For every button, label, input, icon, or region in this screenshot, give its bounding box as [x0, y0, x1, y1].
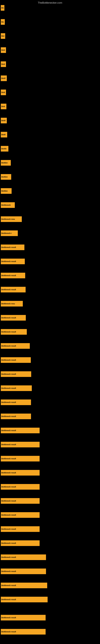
- bar-row: Bottleneck result: [1, 512, 40, 518]
- bar-label: Bottleneck result: [1, 288, 16, 290]
- bar-label: Bottleneck result: [1, 514, 16, 516]
- bar-row: Bottleneck result: [1, 554, 46, 560]
- bar-label: Bottleneck result: [1, 500, 16, 502]
- bar-row: Bottlen: [1, 160, 11, 166]
- bar-row: Bottleneck result: [1, 371, 31, 377]
- bar-row: Bottleneck result: [1, 582, 47, 588]
- bar-label: Bottleneck result: [1, 486, 16, 488]
- bar-label: Bottl: [1, 77, 6, 79]
- bar-label: Bott: [1, 91, 5, 94]
- bar-label: Bottleneck result: [1, 260, 16, 262]
- bar-row: Bo: [1, 19, 5, 25]
- bar-label: Bot: [1, 35, 4, 37]
- bar-label: Bottlen: [1, 176, 8, 178]
- bar-row: Bottleneck result: [1, 315, 26, 320]
- bar-row: Bott: [1, 104, 6, 109]
- bar-row: Bottleneck result: [1, 540, 40, 546]
- bar-row: Bottl: [1, 118, 7, 123]
- bar-row: Bottleneck result: [1, 484, 40, 490]
- bar-row: Bottleneck result: [1, 400, 31, 405]
- bar-label: Bottle: [1, 148, 7, 150]
- bar-label: Bottleneck result: [1, 444, 16, 446]
- bar-row: Bottleneck result: [1, 244, 24, 250]
- bar-row: Bott: [1, 62, 6, 67]
- bar-row: Bottleneck result: [1, 329, 27, 335]
- bar-label: Bottleneck result: [1, 416, 16, 418]
- bar-row: Bottleneck result: [1, 470, 40, 476]
- bar-label: Bo: [1, 7, 4, 9]
- bar-row: Bottleneck result: [1, 258, 25, 264]
- bar-row: Bottleneck result: [1, 343, 30, 349]
- bar-row: Bottleneck result: [1, 357, 31, 363]
- bar-row: Bottleneck result: [1, 428, 40, 433]
- bar-row: Bott: [1, 90, 6, 95]
- bar-label: Bottleneck result: [1, 458, 16, 460]
- bar-label: Bottleneck resu: [1, 303, 15, 305]
- bar-row: Bottleneck result: [1, 615, 46, 620]
- bar-label: Bottl: [1, 134, 6, 136]
- bar-label: Bottleneck resu: [1, 218, 15, 220]
- bar-label: Bo: [1, 21, 4, 23]
- bar-row: Bottleneck result: [1, 442, 40, 448]
- bar-row: Bottl: [1, 132, 7, 138]
- bar-label: Bottl: [1, 120, 6, 122]
- bar-row: Bottleneck result: [1, 629, 46, 634]
- bar-label: Bottleneck: [1, 204, 11, 206]
- bar-label: Bottlen: [1, 190, 8, 192]
- bar-label: Bottleneck result: [1, 556, 16, 558]
- bar-label: Bottleneck result: [1, 617, 16, 619]
- bar-label: Bottleneck result: [1, 598, 16, 600]
- bar-label: Bottleneck r: [1, 232, 12, 234]
- bar-row: Bottleneck result: [1, 287, 26, 292]
- bar-label: Bott: [1, 49, 5, 51]
- bar-row: Bot: [1, 33, 5, 39]
- bar-label: Bottlen: [1, 162, 8, 164]
- bar-label: Bottleneck result: [1, 542, 16, 544]
- bar-row: Bottleneck result: [1, 498, 40, 504]
- bar-label: Bott: [1, 106, 5, 108]
- bar-row: Bottleneck result: [1, 526, 40, 532]
- bar-label: Bottleneck result: [1, 430, 16, 432]
- bar-row: Bottleneck result: [1, 273, 25, 278]
- bar-row: Bottleneck result: [1, 386, 32, 391]
- bar-label: Bottleneck result: [1, 359, 16, 361]
- bar-label: Bottleneck result: [1, 373, 16, 375]
- bar-row: Bottleneck resu: [1, 216, 22, 222]
- bar-label: Bottleneck result: [1, 631, 16, 633]
- bar-row: Bottleneck result: [1, 414, 31, 419]
- bar-row: Bottlen: [1, 188, 12, 194]
- bar-label: Bottleneck result: [1, 331, 16, 333]
- bar-label: Bottleneck result: [1, 274, 16, 276]
- bar-row: Bottleneck result: [1, 597, 48, 602]
- bar-label: Bottleneck result: [1, 528, 16, 530]
- site-title: TheBottlenecker.com: [0, 0, 100, 5]
- bar-row: Bottleneck result: [1, 568, 46, 574]
- bar-label: Bottleneck result: [1, 387, 16, 389]
- bar-row: Bottleneck r: [1, 230, 18, 236]
- bar-row: Bottlen: [1, 174, 11, 180]
- bar-row: Bottleneck: [1, 202, 15, 208]
- bar-label: Bott: [1, 63, 5, 65]
- bar-label: Bottleneck result: [1, 401, 16, 403]
- bar-row: Bottleneck result: [1, 456, 40, 462]
- bar-label: Bottleneck result: [1, 584, 16, 586]
- bar-label: Bottleneck result: [1, 570, 16, 572]
- bar-label: Bottleneck result: [1, 472, 16, 474]
- bar-row: Bott: [1, 47, 6, 53]
- bar-row: Bottle: [1, 146, 8, 152]
- bar-label: Bottleneck result: [1, 317, 16, 319]
- bar-row: Bo: [1, 5, 4, 11]
- bar-row: Bottl: [1, 76, 7, 81]
- bar-row: Bottleneck resu: [1, 301, 23, 306]
- bar-label: Bottleneck result: [1, 345, 16, 347]
- bar-label: Bottleneck result: [1, 246, 16, 248]
